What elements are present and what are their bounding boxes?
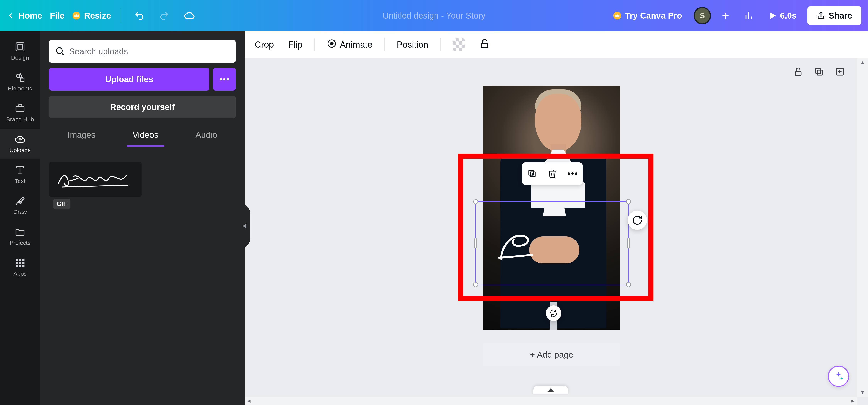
svg-point-28 [220, 78, 222, 81]
upload-thumbnail-signature[interactable]: GIF [49, 162, 142, 197]
record-yourself-button[interactable]: Record yourself [49, 96, 236, 118]
page-lock-button[interactable] [792, 66, 804, 78]
vertical-scrollbar[interactable]: ▲ ▼ [857, 58, 868, 397]
topbar-separator [121, 9, 121, 22]
resize-button[interactable]: Resize [72, 11, 111, 21]
tab-audio[interactable]: Audio [190, 130, 223, 147]
rail-label: Draw [13, 209, 27, 215]
rail-projects[interactable]: Projects [0, 221, 40, 251]
delete-element-button[interactable] [545, 167, 559, 181]
svg-point-26 [57, 48, 62, 54]
svg-rect-12 [21, 78, 24, 82]
svg-rect-20 [16, 262, 18, 264]
toolbar-separator [384, 38, 385, 51]
svg-rect-24 [19, 265, 22, 268]
search-container [49, 40, 236, 63]
preview-button[interactable]: 6.0s [763, 7, 802, 24]
rail-brandhub[interactable]: Brand Hub [0, 98, 40, 128]
add-page-icon-button[interactable] [834, 66, 846, 78]
canvas-signature-fragment[interactable] [497, 230, 536, 261]
rail-apps[interactable]: Apps [0, 252, 40, 282]
svg-rect-17 [16, 259, 18, 261]
add-member-button[interactable] [717, 7, 734, 24]
rail-elements[interactable]: Elements [0, 67, 40, 97]
play-icon [768, 11, 777, 20]
animate-button[interactable]: Animate [324, 36, 375, 54]
redo-button[interactable] [156, 7, 173, 24]
page-mini-tools [792, 66, 846, 78]
rail-label: Apps [13, 270, 27, 277]
resize-handle-br[interactable] [626, 282, 631, 287]
duplicate-element-button[interactable] [525, 167, 539, 181]
insights-button[interactable] [740, 7, 757, 24]
upload-files-button[interactable]: Upload files [49, 68, 210, 91]
crown-icon [613, 11, 621, 20]
horizontal-scrollbar[interactable]: ◄ ► [245, 397, 857, 405]
scroll-up-icon[interactable]: ▲ [857, 58, 868, 67]
avatar[interactable]: S [694, 7, 711, 24]
file-menu[interactable]: File [50, 11, 64, 21]
toolbar-separator [440, 38, 440, 51]
design-icon [15, 41, 26, 53]
document-title[interactable]: Untitled design - Your Story [382, 11, 485, 21]
rail-label: Projects [10, 240, 30, 246]
scroll-down-icon[interactable]: ▼ [857, 388, 868, 397]
context-toolbar: Crop Flip Animate Position [245, 31, 868, 58]
duplicate-page-button[interactable] [813, 66, 825, 78]
file-label: File [50, 11, 64, 21]
cloud-sync-icon[interactable] [181, 7, 198, 24]
uploads-icon [15, 134, 26, 145]
search-input[interactable] [69, 47, 230, 56]
transparency-icon [453, 38, 465, 51]
rail-design[interactable]: Design [0, 36, 40, 66]
try-pro-label: Try Canva Pro [625, 11, 682, 21]
signature-icon [55, 168, 136, 191]
svg-rect-21 [19, 262, 22, 264]
svg-rect-33 [482, 43, 488, 48]
lock-button[interactable] [477, 35, 492, 54]
draw-icon [15, 195, 26, 207]
add-page-button[interactable]: + Add page [483, 343, 620, 366]
svg-rect-10 [18, 44, 22, 49]
crop-button[interactable]: Crop [252, 37, 276, 53]
ai-rewrite-button[interactable] [628, 211, 647, 230]
try-pro-button[interactable]: Try Canva Pro [607, 7, 688, 24]
rail-text[interactable]: Text [0, 160, 40, 189]
svg-rect-22 [22, 262, 25, 264]
canvas-stage[interactable]: + Add page [245, 58, 857, 394]
upload-more-button[interactable] [213, 68, 236, 91]
flip-button[interactable]: Flip [286, 37, 305, 53]
resize-handle-left[interactable] [474, 238, 477, 249]
tab-videos[interactable]: Videos [127, 130, 164, 147]
svg-point-29 [223, 78, 225, 81]
timeline-expand-button[interactable] [533, 386, 568, 394]
home-label: Home [19, 11, 42, 21]
resize-handle-tl[interactable] [473, 199, 478, 204]
more-element-button[interactable] [565, 167, 580, 181]
resize-handle-tr[interactable] [626, 199, 631, 204]
resize-handle-bl[interactable] [473, 282, 478, 287]
rail-uploads[interactable]: Uploads [0, 129, 40, 158]
svg-rect-18 [19, 259, 22, 261]
undo-button[interactable] [131, 7, 148, 24]
share-button[interactable]: Share [807, 6, 862, 25]
scroll-left-icon[interactable]: ◄ [245, 397, 253, 405]
rotate-handle[interactable] [546, 306, 561, 321]
scroll-right-icon[interactable]: ► [848, 397, 857, 405]
magic-fab-button[interactable] [828, 366, 849, 387]
toolbar-separator [314, 38, 315, 51]
svg-point-32 [331, 42, 333, 45]
tab-images[interactable]: Images [62, 130, 101, 147]
home-button[interactable]: Home [6, 11, 42, 21]
resize-handle-right[interactable] [627, 238, 630, 249]
topbar-left: Home File Resize [6, 7, 198, 24]
projects-icon [15, 226, 26, 238]
rail-draw[interactable]: Draw [0, 191, 40, 220]
transparency-button[interactable] [450, 36, 467, 54]
upload-thumbnails: GIF [49, 162, 236, 197]
svg-rect-36 [816, 68, 821, 73]
position-button[interactable]: Position [395, 37, 431, 53]
elements-icon [15, 72, 26, 83]
svg-point-45 [571, 173, 574, 175]
crown-icon [72, 11, 81, 20]
